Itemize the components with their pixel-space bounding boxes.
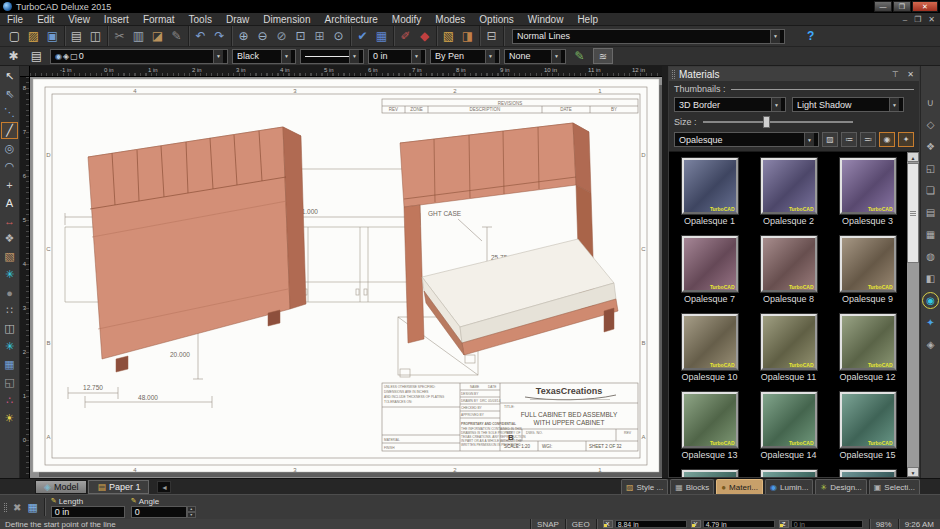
scrollbar-thumb[interactable] [907, 163, 919, 263]
material-item[interactable]: TurboCAD Opalesque 11 [749, 308, 828, 386]
facet-editor-tool[interactable]: ✳ [1, 266, 18, 283]
slider-handle[interactable] [763, 116, 770, 128]
box-3d-tool[interactable]: ▧ [1, 248, 18, 265]
material-item[interactable]: TurboCAD Opalesque 13 [670, 386, 749, 464]
export-icon[interactable]: ◨ [458, 27, 477, 45]
palette-tab[interactable]: ✳ Design... [815, 479, 866, 494]
border-style-combo[interactable]: 3D Border ▼ [674, 97, 786, 112]
line-pattern-combo[interactable]: ▼ [300, 49, 364, 64]
material-item[interactable]: TurboCAD Opalesque 10 [670, 308, 749, 386]
material-swatch[interactable]: TurboCAD [840, 314, 896, 370]
line-width-combo[interactable]: 0 in ▼ [368, 49, 426, 64]
drawing-canvas[interactable]: 43 21 43 21 DC BA DC BA REVISIONS REV ZO… [30, 77, 662, 478]
copy-icon[interactable]: ▥ [129, 27, 148, 45]
material-item[interactable]: TurboCAD Opalesque 8 [749, 230, 828, 308]
cut-icon[interactable]: ✂ [110, 27, 129, 45]
palette-tab[interactable]: ▣ Selecti... [869, 479, 920, 494]
material-swatch[interactable]: TurboCAD [840, 236, 896, 292]
layer-combo[interactable]: ◉ ◈ ▢ 0 ▼ [50, 49, 228, 64]
open-file-icon[interactable]: ▨ [24, 27, 43, 45]
palette-tab[interactable]: ◉ Lumin... [765, 479, 813, 494]
surface-editor-tool[interactable]: ✳ [1, 338, 18, 355]
copy-solid-tool[interactable]: ❏ [922, 182, 939, 199]
edit-pen-icon[interactable]: ✎ [570, 47, 589, 65]
select-tool[interactable]: ↖ [1, 68, 18, 85]
spray-icon[interactable]: ✐ [396, 27, 415, 45]
material-swatch[interactable]: TurboCAD [761, 236, 817, 292]
assemble-tool[interactable]: ◱ [1, 374, 18, 391]
geo-toggle[interactable]: GEO [565, 519, 596, 529]
sun-light-tool[interactable]: ☀ [1, 410, 18, 427]
menu-item[interactable]: Insert [97, 13, 136, 26]
new-category-button[interactable]: ▨ [822, 132, 838, 147]
menu-item[interactable]: Dimension [256, 13, 317, 26]
toolbar-grip[interactable] [4, 503, 7, 512]
coordinate-input[interactable]: 8.84 in [615, 520, 687, 528]
zoom-in-icon[interactable]: ⊕ [234, 27, 253, 45]
chevron-down-icon[interactable]: ▼ [485, 50, 495, 63]
shadow-style-combo[interactable]: Light Shadow ▼ [792, 97, 904, 112]
lights-tool[interactable]: ∴ [1, 392, 18, 409]
text-tool[interactable]: A [1, 194, 18, 211]
length-input[interactable]: 0 in [51, 506, 125, 518]
close-button[interactable]: ✕ [912, 1, 938, 12]
chevron-down-icon[interactable]: ▼ [770, 30, 780, 43]
move-tool[interactable]: ❖ [1, 230, 18, 247]
sort-descending-button[interactable]: ≕ [860, 132, 876, 147]
help-button[interactable]: ? [807, 29, 814, 43]
menu-item[interactable]: Tools [182, 13, 219, 26]
material-swatch[interactable]: TurboCAD [682, 236, 738, 292]
zoom-out-icon[interactable]: ⊖ [253, 27, 272, 45]
menu-item[interactable]: File [0, 13, 30, 26]
polyline-tool[interactable]: ⋱ [1, 104, 18, 121]
thumbnail-size-slider[interactable] [703, 116, 853, 128]
ruler-corner[interactable] [20, 66, 30, 77]
chevron-down-icon[interactable]: ▼ [771, 98, 781, 111]
calculator-icon[interactable]: ▦ [27, 501, 37, 514]
vertical-ruler[interactable]: 876543210 [20, 77, 30, 478]
deform-tool[interactable]: ◍ [922, 248, 939, 265]
workspace-icon[interactable]: ⊟ [482, 27, 501, 45]
material-swatch[interactable]: TurboCAD [761, 470, 817, 477]
paste-icon[interactable]: ◪ [148, 27, 167, 45]
material-swatch[interactable]: TurboCAD [840, 158, 896, 214]
zoom-window-icon[interactable]: ⊡ [291, 27, 310, 45]
assign-material-toggle[interactable]: ✦ [898, 132, 914, 147]
palette-tab[interactable]: ▨ Style ... [621, 479, 668, 494]
menu-item[interactable]: Help [570, 13, 605, 26]
compass-icon[interactable]: ◆ [415, 27, 434, 45]
chevron-down-icon[interactable]: ▼ [411, 50, 421, 63]
pipe-tool[interactable]: ✦ [922, 314, 939, 331]
sphere-3d-tool[interactable]: ● [1, 284, 18, 301]
menu-item[interactable]: Window [521, 13, 571, 26]
blend-tool[interactable]: ❖ [922, 138, 939, 155]
material-rings-button[interactable]: ≋ [593, 48, 613, 64]
coordinate-input[interactable]: 0 in [791, 520, 863, 528]
chevron-down-icon[interactable]: ▼ [349, 50, 359, 63]
snap-check-icon[interactable]: ✔ [353, 27, 372, 45]
palette-tab[interactable]: ▦ Blocks [670, 479, 714, 494]
material-item[interactable]: TurboCAD Opalesque 7 [670, 230, 749, 308]
target-snap-tool[interactable]: ◉ [922, 292, 939, 309]
circle-tool[interactable]: ◎ [1, 140, 18, 157]
fill-pen-combo[interactable]: By Pen ▼ [430, 49, 500, 64]
document-tab[interactable]: ◈ Model [35, 480, 87, 494]
format-painter-icon[interactable]: ✎ [167, 27, 186, 45]
pattern-3d-tool[interactable]: ◈ [922, 336, 939, 353]
material-swatch[interactable]: TurboCAD [682, 392, 738, 448]
palette-tab[interactable]: ● Materi... [716, 479, 763, 494]
grid-3d-tool[interactable]: ▦ [922, 226, 939, 243]
hatch-combo[interactable]: None ▼ [504, 49, 566, 64]
spin-down-icon[interactable]: ▾ [187, 512, 196, 518]
material-swatch[interactable]: TurboCAD [761, 314, 817, 370]
sweep-tool[interactable]: ∪ [922, 94, 939, 111]
material-item[interactable]: TurboCAD [828, 464, 907, 477]
new-file-icon[interactable]: ▢ [5, 27, 24, 45]
settings-gear-icon[interactable]: ✱ [4, 47, 23, 65]
materials-scrollbar[interactable]: ▲ ▼ [907, 152, 919, 477]
print-preview-icon[interactable]: ◫ [86, 27, 105, 45]
chevron-down-icon[interactable]: ▼ [281, 50, 291, 63]
scroll-up-icon[interactable]: ▲ [907, 152, 919, 162]
doc-close-button[interactable]: ✕ [928, 15, 935, 24]
material-item[interactable]: TurboCAD Opalesque 1 [670, 152, 749, 230]
